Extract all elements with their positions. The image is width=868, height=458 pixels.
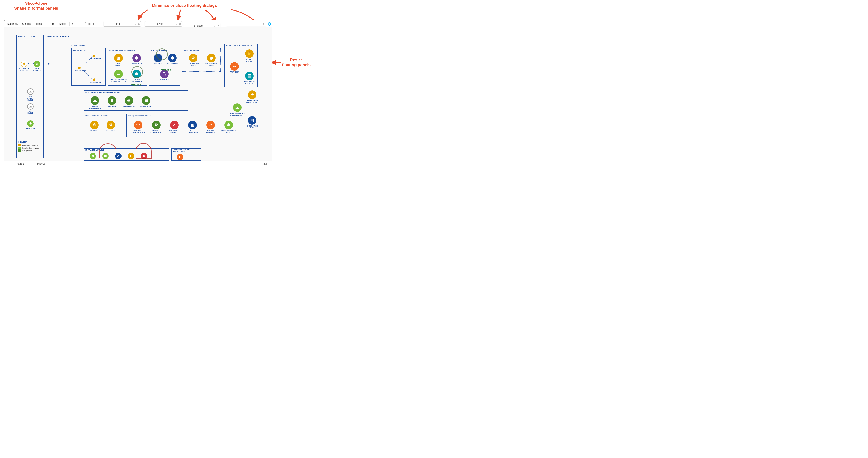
annotation-resize: Resizefloating panels [279,58,313,67]
menu-format[interactable]: Format [33,22,44,26]
shape-blockchain[interactable]: ⬢BLOCKCHAIN [129,54,144,65]
team-label: TEAM 1 [131,84,142,87]
team-label: TEAM 1 [161,69,172,72]
connector [41,62,50,65]
box-cont-middleware[interactable]: CONTAINERIZED MIDDLEWARE ▦APPSERVER ⬢BLO… [107,48,147,86]
shape-logging[interactable]: ▮LOGGING [104,96,119,107]
box-ibm-private[interactable]: IBM CLOUD PRIVATE WORKLOADS CLOUD NATIVE… [45,35,259,159]
add-page-button[interactable]: + [51,163,57,165]
shape-ibm-cloud[interactable]: ☁IBMPUBLICCLOUD [25,88,36,101]
menu-delete[interactable]: Delete [57,22,68,26]
shape-infra-item[interactable]: ◉ [138,153,149,159]
shape-routing[interactable]: ↗ROUTINGSERVICES [203,121,218,134]
pages-menu-icon[interactable]: ⋮ [4,162,10,165]
globe-icon[interactable]: 🌐 [267,22,271,26]
box-data-workloads[interactable]: DATA WORKLOADS ⊞CACHES ⬢DATABASES 〽ANALY… [149,48,180,86]
shape-infra-item[interactable]: ◐ [126,153,136,159]
shape-caches[interactable]: ⊞CACHES [152,54,164,65]
legend: LEGEND Application component Infrastruct… [18,141,44,152]
float-layers[interactable]: Layers ⌄ ✕ [145,21,182,27]
zoom-in-icon[interactable]: ⊕ [87,22,92,26]
box-caas[interactable]: CaaS (Container as a Service) ⊶CONTAINER… [126,114,239,138]
shape-ent-mw[interactable]: ✦ENTERPRISEMIDDLEWARE [246,90,258,104]
connector [28,62,35,65]
shape-opensource-tools[interactable]: ◉OPENSOURCETOOLS [204,54,219,67]
chevron-down-icon[interactable]: ⌄ [212,25,216,27]
box-label: WORKLOADS [70,45,85,47]
menu-label: Diagram [7,22,17,25]
legend-item: Management [18,149,44,151]
shape-services[interactable]: ⚙SERVICES [104,121,118,132]
shape-container-catalog[interactable]: ▤CONTAINERCATALOG [243,72,256,85]
shape-cloud-mgmt[interactable]: ☁CLOUDMANAGEMENT [87,96,102,109]
shape-ent-data[interactable]: ▤ENTERPRISEDATA [246,116,258,129]
menu-insert[interactable]: Insert [47,22,57,26]
shape-iot[interactable]: ☁IoTCLOUD [25,103,36,114]
diagram-root: PUBLIC CLOUD ✺COGNITIVESERVICES ⊕EDGESER… [16,35,260,161]
box-public-cloud[interactable]: PUBLIC CLOUD ✺COGNITIVESERVICES ⊕EDGESER… [16,35,44,159]
shape-cont-sec[interactable]: ✓CONTAINERSECURITY [166,121,182,134]
shape-infra-item[interactable]: ✕ [113,153,124,159]
chevron-down-icon[interactable]: ⌄ [133,23,137,25]
shape-trans-conn[interactable]: ☁TRANSFORMATION& CONNECTIVITY [111,70,126,83]
legend-item: Infrastructure services [18,147,44,149]
float-title: Layers [145,22,174,25]
canvas[interactable]: PUBLIC CLOUD ✺COGNITIVESERVICES ⊕EDGESER… [4,27,272,161]
chevron-down-icon[interactable]: ⌄ [174,23,178,25]
annotation-panels: Show/closeShape & format panels [6,1,66,11]
box-paas[interactable]: PaaS (Platform as a Service) ⚛RUNTIME ⚙S… [84,114,121,138]
svg-line-1 [81,68,93,80]
float-tags[interactable]: Tags ⌄ ✕ [103,21,141,27]
box-infra-auto[interactable]: INFRASTRUCTUREAUTOMATION ◐ [171,148,201,161]
shape-img-repo[interactable]: ▦IMAGEREPOSITORY [184,121,200,134]
svg-line-0 [81,56,93,68]
shape-ms-mesh[interactable]: ✱MICROSERVICESMESH [221,121,237,134]
shape-infra-auto-item[interactable]: ◐ [175,154,185,160]
toolbar-right: ⤴ 🌐 [261,22,271,26]
app-window: Diagram▾ Shapes Format Insert Delete ↶ ↷… [4,20,272,167]
box-infrastructure[interactable]: INFRASTRUCTURE ▦ ⊞ ✕ ◐ ◉ [84,148,169,161]
menu-shapes[interactable]: Shapes [20,22,32,26]
page-bar: ⋮ Page-1 Page-2 + 85%⌃ [4,161,272,166]
shape-app-server[interactable]: ▦APPSERVER [111,54,126,67]
chevron-up-icon: ⌃ [268,163,270,165]
shape-provision[interactable]: ⊶PROVISION [228,62,241,73]
box-ngm[interactable]: NEXT GENERATION MANAGEMENT ☁CLOUDMANAGEM… [84,90,188,111]
microservice-links [72,49,106,86]
shape-trans-conn[interactable]: ☁TRANSFORMATION& CONNECTIVITY [229,103,246,116]
float-title: Tags [104,22,133,25]
shape-infra-item[interactable]: ⊞ [100,153,111,159]
legend-item: Application component [18,144,44,146]
shape-other-wl[interactable]: ⬣OTHERWORKLOADS [129,70,144,83]
box-cloud-native[interactable]: CLOUD NATIVE MICROSERVICE MICROSERVICE M… [71,48,105,86]
shape-cont-orch[interactable]: ⊶CONTAINERORCHESTRATION [130,121,146,134]
shape-cognitive[interactable]: ✺COGNITIVESERVICES [19,61,29,71]
connector [173,58,199,62]
tab-page-2[interactable]: Page-2 [31,161,51,166]
undo-icon[interactable]: ↶ [71,22,75,26]
redo-icon[interactable]: ↷ [76,22,80,26]
box-label: PUBLIC CLOUD [18,35,35,38]
close-icon[interactable]: ✕ [216,25,220,27]
shape-infra-item[interactable]: ▦ [87,153,98,159]
shape-dashboard[interactable]: ▦DASHBOARD [138,96,153,107]
shape-cluster-mgmt[interactable]: ⚙CLUSTERMANAGEMENT [148,121,164,134]
annotation-dialogs: Minimise or close floating dialogs [138,3,230,8]
shape-runtime[interactable]: ⚛RUNTIME [87,121,101,132]
shape-service-broker[interactable]: ✋SERVICEBROKER [243,49,256,62]
fit-icon[interactable]: ⛶ [83,22,87,26]
share-icon[interactable]: ⤴ [261,22,266,26]
box-dev-automation[interactable]: DEVELOPER AUTOMATION ✋SERVICEBROKER ⊶PRO… [224,44,257,87]
box-label: IBM CLOUD PRIVATE [47,35,69,38]
shape-monitoring[interactable]: ◉MONITORING [122,96,136,107]
box-workloads[interactable]: WORKLOADS CLOUD NATIVE MICROSERVICE MICR… [69,44,222,87]
chevron-down-icon: ▾ [17,23,18,25]
float-title: Shapes [184,24,212,27]
menu-diagram[interactable]: Diagram▾ [5,22,20,26]
tab-page-1[interactable]: Page-1 [10,161,31,166]
close-icon[interactable]: ✕ [178,23,182,25]
zoom-out-icon[interactable]: ⊖ [92,22,96,26]
shape-services[interactable]: ⚙SERVICES [25,120,36,129]
zoom-indicator[interactable]: 85%⌃ [260,163,272,165]
close-icon[interactable]: ✕ [137,23,141,25]
